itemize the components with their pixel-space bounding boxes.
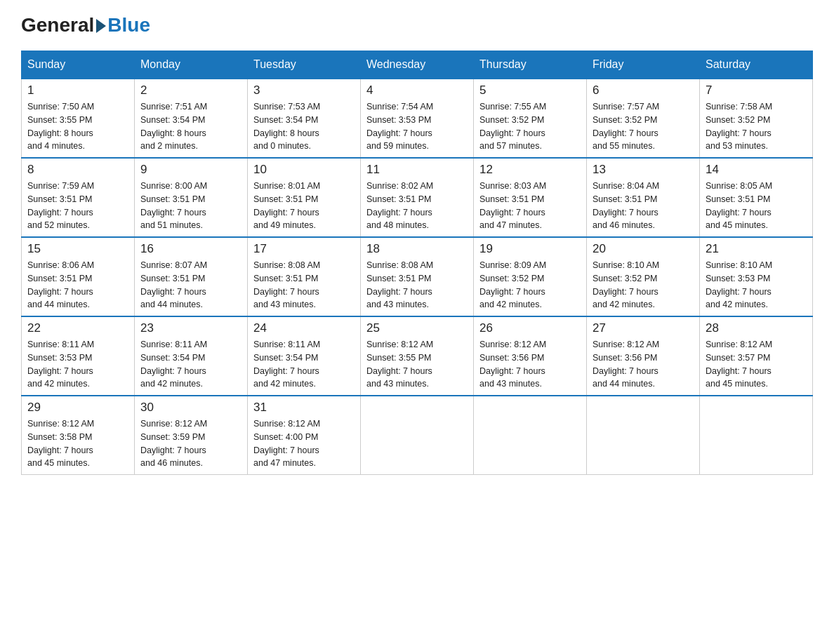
day-number: 28 [706, 321, 807, 335]
week-row-1: 1 Sunrise: 7:50 AMSunset: 3:55 PMDayligh… [22, 79, 813, 158]
empty-cell [587, 396, 700, 475]
day-number: 23 [140, 321, 241, 335]
calendar-day-10: 10 Sunrise: 8:01 AMSunset: 3:51 PMDaylig… [248, 158, 361, 237]
day-info: Sunrise: 8:12 AMSunset: 4:00 PMDaylight:… [253, 417, 355, 470]
calendar-day-24: 24 Sunrise: 8:11 AMSunset: 3:54 PMDaylig… [248, 316, 361, 396]
day-info: Sunrise: 7:51 AMSunset: 3:54 PMDaylight:… [140, 100, 241, 153]
calendar-day-30: 30 Sunrise: 8:12 AMSunset: 3:59 PMDaylig… [135, 396, 248, 475]
day-number: 29 [27, 401, 128, 415]
calendar-day-25: 25 Sunrise: 8:12 AMSunset: 3:55 PMDaylig… [361, 316, 474, 396]
col-header-tuesday: Tuesday [248, 51, 361, 79]
day-info: Sunrise: 7:55 AMSunset: 3:52 PMDaylight:… [479, 100, 581, 153]
day-number: 13 [593, 163, 694, 177]
day-info: Sunrise: 8:10 AMSunset: 3:53 PMDaylight:… [706, 259, 807, 311]
page-header: General Blue [21, 14, 813, 36]
calendar-day-15: 15 Sunrise: 8:06 AMSunset: 3:51 PMDaylig… [22, 237, 135, 316]
logo: General Blue [21, 14, 150, 36]
calendar-day-26: 26 Sunrise: 8:12 AMSunset: 3:56 PMDaylig… [474, 316, 587, 396]
day-info: Sunrise: 8:05 AMSunset: 3:51 PMDaylight:… [706, 180, 807, 232]
calendar-day-28: 28 Sunrise: 8:12 AMSunset: 3:57 PMDaylig… [700, 316, 813, 396]
day-number: 31 [253, 401, 355, 415]
day-info: Sunrise: 7:54 AMSunset: 3:53 PMDaylight:… [366, 100, 468, 153]
day-info: Sunrise: 8:12 AMSunset: 3:58 PMDaylight:… [27, 417, 128, 470]
week-row-5: 29 Sunrise: 8:12 AMSunset: 3:58 PMDaylig… [22, 396, 813, 475]
calendar-day-18: 18 Sunrise: 8:08 AMSunset: 3:51 PMDaylig… [361, 237, 474, 316]
day-number: 6 [593, 83, 694, 98]
day-info: Sunrise: 8:10 AMSunset: 3:52 PMDaylight:… [593, 259, 694, 311]
day-number: 8 [27, 163, 128, 177]
calendar-day-11: 11 Sunrise: 8:02 AMSunset: 3:51 PMDaylig… [361, 158, 474, 237]
calendar-day-19: 19 Sunrise: 8:09 AMSunset: 3:52 PMDaylig… [474, 237, 587, 316]
day-info: Sunrise: 8:09 AMSunset: 3:52 PMDaylight:… [479, 259, 581, 311]
day-number: 27 [593, 321, 694, 335]
calendar-day-3: 3 Sunrise: 7:53 AMSunset: 3:54 PMDayligh… [248, 79, 361, 158]
week-row-4: 22 Sunrise: 8:11 AMSunset: 3:53 PMDaylig… [22, 316, 813, 396]
calendar-day-12: 12 Sunrise: 8:03 AMSunset: 3:51 PMDaylig… [474, 158, 587, 237]
day-info: Sunrise: 8:07 AMSunset: 3:51 PMDaylight:… [140, 259, 241, 311]
day-number: 9 [140, 163, 241, 177]
calendar-day-31: 31 Sunrise: 8:12 AMSunset: 4:00 PMDaylig… [248, 396, 361, 475]
day-number: 17 [253, 242, 355, 256]
empty-cell [700, 396, 813, 475]
calendar-day-9: 9 Sunrise: 8:00 AMSunset: 3:51 PMDayligh… [135, 158, 248, 237]
calendar-day-17: 17 Sunrise: 8:08 AMSunset: 3:51 PMDaylig… [248, 237, 361, 316]
calendar-day-29: 29 Sunrise: 8:12 AMSunset: 3:58 PMDaylig… [22, 396, 135, 475]
day-number: 16 [140, 242, 241, 256]
day-info: Sunrise: 7:57 AMSunset: 3:52 PMDaylight:… [593, 100, 694, 153]
day-info: Sunrise: 8:12 AMSunset: 3:57 PMDaylight:… [706, 338, 807, 391]
empty-cell [361, 396, 474, 475]
calendar-day-8: 8 Sunrise: 7:59 AMSunset: 3:51 PMDayligh… [22, 158, 135, 237]
logo-general-text: General [21, 14, 94, 36]
col-header-friday: Friday [587, 51, 700, 79]
day-info: Sunrise: 7:53 AMSunset: 3:54 PMDaylight:… [253, 100, 355, 153]
calendar-table: SundayMondayTuesdayWednesdayThursdayFrid… [21, 51, 813, 475]
day-info: Sunrise: 8:03 AMSunset: 3:51 PMDaylight:… [479, 180, 581, 232]
day-number: 26 [479, 321, 581, 335]
day-info: Sunrise: 8:11 AMSunset: 3:53 PMDaylight:… [27, 338, 128, 391]
day-number: 1 [27, 83, 128, 98]
day-info: Sunrise: 7:58 AMSunset: 3:52 PMDaylight:… [706, 100, 807, 153]
day-number: 19 [479, 242, 581, 256]
day-number: 3 [253, 83, 355, 98]
day-info: Sunrise: 8:00 AMSunset: 3:51 PMDaylight:… [140, 180, 241, 232]
day-number: 20 [593, 242, 694, 256]
day-info: Sunrise: 8:11 AMSunset: 3:54 PMDaylight:… [253, 338, 355, 391]
day-info: Sunrise: 8:02 AMSunset: 3:51 PMDaylight:… [366, 180, 468, 232]
calendar-day-6: 6 Sunrise: 7:57 AMSunset: 3:52 PMDayligh… [587, 79, 700, 158]
day-number: 21 [706, 242, 807, 256]
calendar-day-20: 20 Sunrise: 8:10 AMSunset: 3:52 PMDaylig… [587, 237, 700, 316]
day-info: Sunrise: 8:12 AMSunset: 3:56 PMDaylight:… [593, 338, 694, 391]
calendar-day-5: 5 Sunrise: 7:55 AMSunset: 3:52 PMDayligh… [474, 79, 587, 158]
day-info: Sunrise: 8:12 AMSunset: 3:59 PMDaylight:… [140, 417, 241, 470]
day-number: 2 [140, 83, 241, 98]
day-number: 5 [479, 83, 581, 98]
col-header-saturday: Saturday [700, 51, 813, 79]
day-info: Sunrise: 8:08 AMSunset: 3:51 PMDaylight:… [253, 259, 355, 311]
col-header-wednesday: Wednesday [361, 51, 474, 79]
col-header-sunday: Sunday [22, 51, 135, 79]
day-number: 25 [366, 321, 468, 335]
calendar-day-7: 7 Sunrise: 7:58 AMSunset: 3:52 PMDayligh… [700, 79, 813, 158]
day-info: Sunrise: 8:06 AMSunset: 3:51 PMDaylight:… [27, 259, 128, 311]
calendar-day-23: 23 Sunrise: 8:11 AMSunset: 3:54 PMDaylig… [135, 316, 248, 396]
col-header-thursday: Thursday [474, 51, 587, 79]
calendar-day-1: 1 Sunrise: 7:50 AMSunset: 3:55 PMDayligh… [22, 79, 135, 158]
day-number: 10 [253, 163, 355, 177]
empty-cell [474, 396, 587, 475]
calendar-day-27: 27 Sunrise: 8:12 AMSunset: 3:56 PMDaylig… [587, 316, 700, 396]
calendar-header-row: SundayMondayTuesdayWednesdayThursdayFrid… [22, 51, 813, 79]
day-number: 12 [479, 163, 581, 177]
calendar-day-2: 2 Sunrise: 7:51 AMSunset: 3:54 PMDayligh… [135, 79, 248, 158]
calendar-day-13: 13 Sunrise: 8:04 AMSunset: 3:51 PMDaylig… [587, 158, 700, 237]
day-info: Sunrise: 7:59 AMSunset: 3:51 PMDaylight:… [27, 180, 128, 232]
calendar-day-21: 21 Sunrise: 8:10 AMSunset: 3:53 PMDaylig… [700, 237, 813, 316]
day-number: 18 [366, 242, 468, 256]
logo-arrow-icon [96, 19, 106, 33]
day-info: Sunrise: 8:12 AMSunset: 3:55 PMDaylight:… [366, 338, 468, 391]
day-number: 14 [706, 163, 807, 177]
day-info: Sunrise: 8:04 AMSunset: 3:51 PMDaylight:… [593, 180, 694, 232]
day-number: 7 [706, 83, 807, 98]
day-info: Sunrise: 7:50 AMSunset: 3:55 PMDaylight:… [27, 100, 128, 153]
day-info: Sunrise: 8:11 AMSunset: 3:54 PMDaylight:… [140, 338, 241, 391]
calendar-day-22: 22 Sunrise: 8:11 AMSunset: 3:53 PMDaylig… [22, 316, 135, 396]
